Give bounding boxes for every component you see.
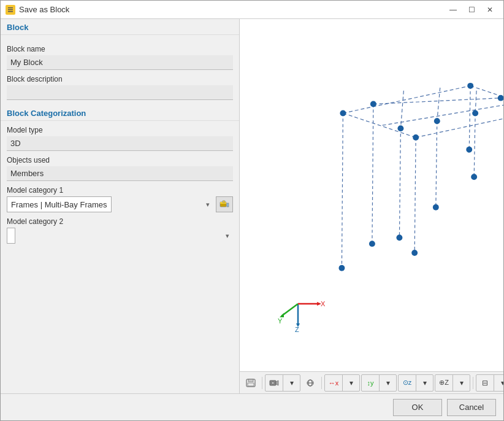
view-y-button[interactable]: ↕y [362,375,379,391]
svg-point-42 [369,241,375,247]
toolbar-separator-1 [262,377,262,389]
svg-rect-2 [8,7,13,9]
model-category1-select[interactable]: Frames | Multi-Bay Frames [7,196,112,212]
window-title: Save as Block [19,5,445,14]
objects-used-label: Objects used [7,156,233,164]
svg-line-17 [342,113,343,268]
svg-point-26 [467,83,473,89]
objects-used-value: Members [7,166,233,181]
minimize-button[interactable]: — [445,3,462,17]
axis-z-group: ⊙z ▾ [398,374,433,392]
svg-point-65 [272,382,274,384]
svg-line-16 [475,91,476,114]
left-panel-spacer [1,249,239,393]
categorization-form: Model type 3D Objects used Members Model… [1,121,239,249]
svg-rect-62 [248,383,254,386]
axis-x-group: ↔x ▾ [324,374,360,392]
svg-line-20 [414,137,416,253]
svg-line-8 [343,86,470,114]
svg-rect-1 [8,9,13,10]
axis-Z-group: ⊕Z ▾ [435,374,470,392]
svg-point-40 [433,204,439,210]
svg-point-35 [338,265,345,271]
cancel-button[interactable]: Cancel [447,399,496,416]
svg-point-39 [396,234,402,241]
svg-point-29 [397,125,403,131]
view-x-button[interactable]: ↔x [325,375,342,391]
save-view-button[interactable] [242,375,259,391]
svg-point-33 [498,95,503,101]
view-Z-button[interactable]: ⊕Z [435,375,452,391]
svg-line-11 [416,110,503,137]
view-y-dropdown[interactable]: ▾ [379,375,396,391]
model-category2-select[interactable] [7,228,15,244]
svg-point-31 [472,110,478,116]
model-category1-browse-button[interactable] [216,196,233,212]
model-type-label: Model type [7,126,233,134]
svg-marker-55 [280,313,284,317]
wireframe-button[interactable] [302,375,319,391]
svg-text:X: X [321,300,326,307]
camera-button[interactable] [265,375,283,391]
window-icon [6,5,15,15]
main-window: Save as Block — ☐ ✕ Block Block name Blo… [0,0,504,421]
svg-point-38 [411,250,418,256]
model-category1-label: Model category 1 [7,186,233,195]
svg-rect-6 [223,201,225,203]
toolbar-separator-3 [473,377,473,389]
display-mode-dropdown[interactable]: ▾ [494,375,503,391]
view-Z-dropdown[interactable]: ▾ [452,375,470,391]
block-description-input[interactable] [7,85,233,100]
svg-rect-7 [227,203,229,207]
view-controls-group: ▾ [265,374,300,392]
main-content: Block Block name Block description Block… [1,19,503,393]
view-x-dropdown[interactable]: ▾ [342,375,359,391]
svg-point-28 [413,134,419,141]
svg-point-25 [340,110,346,116]
block-name-input[interactable] [7,55,233,70]
svg-rect-3 [8,11,13,12]
svg-line-21 [399,128,400,238]
maximize-button[interactable]: ☐ [463,3,480,17]
axes-indicator: Z Y X [277,292,326,334]
axis-y-group: ↕y ▾ [361,374,397,392]
block-description-label: Block description [7,75,233,83]
block-section-header: Block [1,19,239,35]
svg-point-32 [370,101,376,107]
model-category2-row [7,228,233,244]
view-z-dropdown[interactable]: ▾ [416,375,433,391]
svg-point-36 [466,147,472,153]
svg-line-54 [281,304,298,316]
left-panel: Block Block name Block description Block… [1,19,240,393]
display-mode-button[interactable]: ⊟ [476,375,494,391]
title-bar: Save as Block — ☐ ✕ [1,1,503,19]
svg-line-14 [400,91,403,128]
close-button[interactable]: ✕ [481,3,498,17]
3d-viewport[interactable]: Z Y X [240,19,503,371]
svg-line-13 [383,104,503,126]
model-category1-wrapper: Frames | Multi-Bay Frames [7,196,213,212]
viewport-toolbar: ▾ ↔x ▾ ↕y ▾ [240,371,503,393]
svg-text:Y: Y [278,317,283,325]
right-panel: Z Y X [240,19,503,393]
window-controls: — ☐ ✕ [445,3,498,17]
block-categorization-header: Block Categorization [1,105,239,121]
display-mode-group: ⊟ ▾ [476,374,503,392]
block-form-area: Block name Block description [1,35,239,105]
block-name-label: Block name [7,45,233,53]
ok-button[interactable]: OK [393,399,442,416]
model-category2-wrapper [7,228,233,244]
model-category1-row: Frames | Multi-Bay Frames [7,196,233,212]
view-dropdown-button[interactable]: ▾ [283,375,300,391]
svg-line-12 [373,98,501,104]
svg-marker-64 [276,380,278,385]
svg-text:Z: Z [295,326,299,333]
model-type-value: 3D [7,136,233,151]
model-category2-label: Model category 2 [7,217,233,226]
svg-line-18 [469,86,470,150]
svg-point-30 [434,118,440,124]
svg-line-24 [372,104,373,244]
svg-line-9 [343,113,416,137]
view-z-button[interactable]: ⊙z [399,375,416,391]
svg-point-41 [471,174,477,180]
